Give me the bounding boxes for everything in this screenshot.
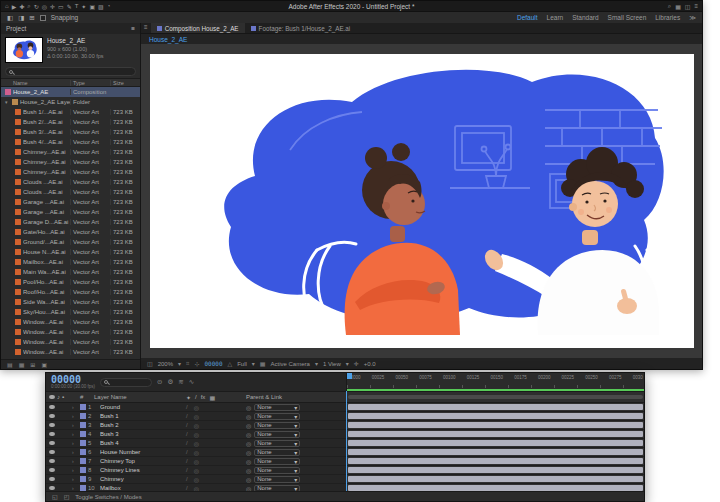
layer-color-label[interactable] bbox=[80, 431, 86, 437]
camera-dropdown-icon[interactable]: ▾ bbox=[315, 360, 318, 367]
layer-visibility-icon[interactable] bbox=[49, 468, 55, 472]
parent-dropdown[interactable]: None▾ bbox=[254, 404, 300, 411]
work-area[interactable] bbox=[346, 392, 644, 402]
graph-editor-icon[interactable]: ∿ bbox=[189, 378, 194, 386]
zoom-level[interactable]: 200% bbox=[158, 361, 173, 367]
brush-tool-icon[interactable]: ✦ bbox=[81, 3, 86, 10]
pick-whip-icon[interactable]: ◎ bbox=[246, 458, 251, 465]
layer-duration-bar[interactable] bbox=[348, 413, 643, 419]
work-area-bar[interactable] bbox=[348, 395, 643, 399]
parent-dropdown[interactable]: None▾ bbox=[254, 431, 300, 438]
orbit-tool-icon[interactable]: ↻ bbox=[34, 3, 39, 10]
layer-duration-bar[interactable] bbox=[348, 431, 643, 437]
zoom-tool-icon[interactable]: ⌕ bbox=[27, 3, 30, 10]
camera-tool-icon[interactable]: ◎ bbox=[42, 3, 47, 10]
project-item-row[interactable]: Roof/Ho...AE.aiVector Art723 KB bbox=[1, 287, 140, 297]
project-item-row[interactable]: Garage ...AE.aiVector Art723 KB bbox=[1, 207, 140, 217]
pixel-aspect-icon[interactable]: ✛ bbox=[354, 360, 359, 367]
layer-track[interactable] bbox=[346, 457, 644, 465]
pen-tool-icon[interactable]: ✎ bbox=[67, 3, 72, 10]
layer-track[interactable] bbox=[346, 448, 644, 456]
layer-color-label[interactable] bbox=[80, 422, 86, 428]
selected-comp-name[interactable]: House_2_AE bbox=[47, 37, 104, 45]
expand-layers-icon[interactable]: ◱ bbox=[52, 493, 58, 500]
parent-dropdown[interactable]: None▾ bbox=[254, 413, 300, 420]
layer-expand-icon[interactable]: › bbox=[72, 458, 80, 464]
folder-expand-icon[interactable]: ▾ bbox=[5, 99, 12, 105]
pick-whip-icon[interactable]: ◎ bbox=[246, 476, 251, 483]
project-item-row[interactable]: House_2_AEComposition bbox=[1, 87, 140, 97]
lock-column-icon[interactable]: ▪ bbox=[62, 394, 64, 400]
layer-track[interactable] bbox=[346, 439, 644, 447]
camera-select[interactable]: Active Camera bbox=[271, 361, 310, 367]
pick-whip-icon[interactable]: ◎ bbox=[246, 431, 251, 438]
layer-expand-icon[interactable]: › bbox=[72, 449, 80, 455]
layer-rasterize-switch[interactable]: / bbox=[186, 476, 188, 483]
project-search-input[interactable] bbox=[5, 67, 136, 76]
snapshot-icon[interactable]: ◫ bbox=[147, 360, 153, 367]
layer-duration-bar[interactable] bbox=[348, 440, 643, 446]
project-column-headers[interactable]: Name Type Size bbox=[1, 78, 140, 87]
workspace-standard[interactable]: Standard bbox=[572, 14, 598, 21]
layer-color-label[interactable] bbox=[80, 404, 86, 410]
project-item-row[interactable]: ▾House_2_AE LayersFolder bbox=[1, 97, 140, 107]
eraser-tool-icon[interactable]: ▨ bbox=[98, 3, 104, 10]
current-frame[interactable]: 00000 bbox=[204, 360, 222, 367]
transparency-grid-icon[interactable]: ⌗ bbox=[186, 360, 189, 367]
project-item-row[interactable]: Gate/Ho...AE.aiVector Art723 KB bbox=[1, 227, 140, 237]
project-item-row[interactable]: Chimney...AE.aiVector Art723 KB bbox=[1, 167, 140, 177]
layer-expand-icon[interactable]: › bbox=[72, 422, 80, 428]
layer-expand-icon[interactable]: › bbox=[72, 476, 80, 482]
panel-menu-icon[interactable]: ≡ bbox=[141, 23, 151, 33]
parent-dropdown[interactable]: None▾ bbox=[254, 449, 300, 456]
layer-row[interactable]: ›1Ground/◎◎None▾ bbox=[46, 403, 644, 412]
parent-dropdown[interactable]: None▾ bbox=[254, 467, 300, 474]
new-folder-icon[interactable]: ▦ bbox=[19, 361, 25, 368]
layer-rasterize-switch[interactable]: / bbox=[186, 467, 188, 474]
layer-row[interactable]: ›5Bush 4/◎◎None▾ bbox=[46, 439, 644, 448]
parent-dropdown[interactable]: None▾ bbox=[254, 422, 300, 429]
puppet-tool-icon[interactable]: ◔ bbox=[107, 3, 111, 9]
layer-name[interactable]: House Number bbox=[100, 449, 186, 455]
pick-whip-icon[interactable]: ◎ bbox=[246, 422, 251, 429]
layer-quality-switch[interactable]: ◎ bbox=[194, 476, 199, 483]
pick-whip-icon[interactable]: ◎ bbox=[246, 440, 251, 447]
parent-dropdown[interactable]: None▾ bbox=[254, 458, 300, 465]
comp-canvas[interactable] bbox=[150, 54, 694, 348]
layer-track[interactable] bbox=[346, 421, 644, 429]
layer-color-label[interactable] bbox=[80, 476, 86, 482]
pick-whip-icon[interactable]: ◎ bbox=[246, 404, 251, 411]
layer-row[interactable]: ›4Bush 3/◎◎None▾ bbox=[46, 430, 644, 439]
tab-footage[interactable]: Footage: Bush 1/House_2_AE.ai bbox=[245, 23, 357, 33]
layer-visibility-icon[interactable] bbox=[49, 486, 55, 490]
layer-name[interactable]: Bush 4 bbox=[100, 440, 186, 446]
layer-track[interactable] bbox=[346, 475, 644, 483]
pick-whip-icon[interactable]: ◎ bbox=[246, 413, 251, 420]
layer-quality-switch[interactable]: ◎ bbox=[194, 467, 199, 474]
toggle-switches-modes-button[interactable]: Toggle Switches / Modes bbox=[75, 494, 141, 500]
interpret-footage-icon[interactable]: ▤ bbox=[7, 361, 13, 368]
layer-visibility-icon[interactable] bbox=[49, 405, 55, 409]
pick-whip-icon[interactable]: ◎ bbox=[246, 467, 251, 474]
layer-rasterize-switch[interactable]: / bbox=[186, 431, 188, 438]
region-of-interest-icon[interactable]: △ bbox=[228, 360, 233, 367]
fast-previews-icon[interactable]: ▦ bbox=[260, 360, 266, 367]
layer-expand-icon[interactable]: › bbox=[72, 431, 80, 437]
project-item-row[interactable]: Window...AE.aiVector Art723 KB bbox=[1, 317, 140, 327]
tab-composition[interactable]: Composition House_2_AE bbox=[151, 23, 245, 33]
layer-duration-bar[interactable] bbox=[348, 422, 643, 428]
layer-rasterize-switch[interactable]: / bbox=[186, 458, 188, 465]
menu-icon[interactable]: ≡ bbox=[694, 3, 698, 10]
layer-quality-switch[interactable]: ◎ bbox=[194, 422, 199, 429]
layer-visibility-icon[interactable] bbox=[49, 477, 55, 481]
layer-color-label[interactable] bbox=[80, 413, 86, 419]
project-item-row[interactable]: House N...AE.aiVector Art723 KB bbox=[1, 247, 140, 257]
layer-visibility-icon[interactable] bbox=[49, 450, 55, 454]
snapping-checkbox[interactable] bbox=[40, 15, 46, 21]
project-item-row[interactable]: Bush 1/...AE.aiVector Art723 KB bbox=[1, 107, 140, 117]
layer-quality-switch[interactable]: ◎ bbox=[194, 449, 199, 456]
layer-expand-icon[interactable]: › bbox=[72, 413, 80, 419]
layer-visibility-icon[interactable] bbox=[49, 423, 55, 427]
pan-behind-tool-icon[interactable]: ✛ bbox=[50, 3, 55, 10]
layer-duration-bar[interactable] bbox=[348, 458, 643, 464]
